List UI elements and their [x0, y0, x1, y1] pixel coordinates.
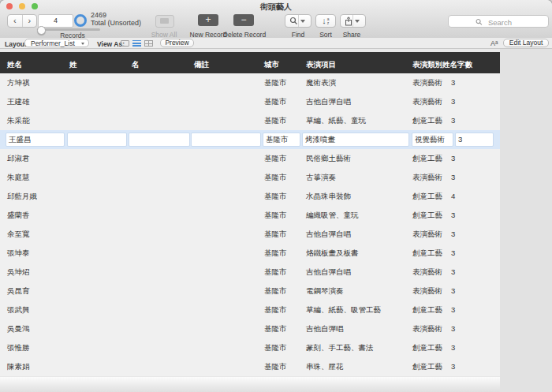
- cell-item[interactable]: 草編、紙藝、童玩: [306, 111, 366, 130]
- cell-item[interactable]: 水晶珠串裝飾: [306, 187, 351, 206]
- cell-category[interactable]: 創意工藝: [412, 206, 442, 225]
- cell-count[interactable]: 3: [451, 225, 455, 244]
- find-button[interactable]: [285, 14, 311, 28]
- layout-dropdown[interactable]: Performer_List: [24, 39, 89, 47]
- table-row[interactable]: 邱藍月娥基隆市水晶珠串裝飾創意工藝4: [0, 187, 500, 206]
- cell-name[interactable]: 張坤泰: [7, 244, 30, 263]
- cell-category[interactable]: 表演藝術: [412, 92, 442, 111]
- cell-category[interactable]: 創意工藝: [412, 111, 442, 130]
- next-record-button[interactable]: ›: [23, 15, 37, 27]
- edit-layout-button[interactable]: Edit Layout: [503, 39, 549, 47]
- table-row[interactable]: 盛蘭香基隆市編織吸管、童玩創意工藝3: [0, 206, 500, 225]
- cell-category[interactable]: 表演藝術: [412, 263, 442, 282]
- cell-count[interactable]: 3: [451, 301, 455, 319]
- cell-count[interactable]: 3: [451, 168, 455, 187]
- cell-city[interactable]: 基隆市: [264, 301, 287, 319]
- cell-city[interactable]: 基隆市: [264, 92, 287, 111]
- cell-category[interactable]: 創意工藝: [412, 149, 442, 168]
- new-record-icon[interactable]: +: [198, 14, 218, 26]
- field-note-input[interactable]: [192, 133, 260, 146]
- cell-item[interactable]: 烙鐵板畫及板書: [306, 244, 359, 263]
- field-item-input[interactable]: 烤漆噴畫: [303, 133, 408, 146]
- share-dropdown[interactable]: [352, 15, 362, 27]
- table-row[interactable]: 余至寬基隆市吉他自彈自唱表演藝術3: [0, 225, 500, 244]
- table-row[interactable]: 方坤祺基隆市魔術表演表演藝術3: [0, 73, 500, 92]
- view-list-icon[interactable]: [132, 40, 141, 47]
- formatting-bar-icon[interactable]: Aᵃ: [490, 39, 498, 47]
- cell-count[interactable]: 3: [451, 73, 455, 92]
- cell-city[interactable]: 基隆市: [264, 168, 287, 187]
- table-row[interactable]: 吳坤炤基隆市吉他自彈自唱表演藝術3: [0, 263, 500, 282]
- table-row[interactable]: 張武興基隆市草編、紙藝、吸管工藝創意工藝3: [0, 301, 500, 319]
- cell-count[interactable]: 3: [451, 282, 455, 301]
- cell-name[interactable]: 王建雄: [7, 92, 30, 111]
- sort-button[interactable]: ↓ az: [315, 14, 336, 28]
- cell-name[interactable]: 方坤祺: [7, 73, 30, 92]
- found-set-pie-icon[interactable]: [74, 14, 87, 27]
- cell-name[interactable]: 余至寬: [7, 225, 30, 244]
- share-button[interactable]: [340, 14, 366, 28]
- cell-item[interactable]: 串珠、壓花: [306, 357, 344, 376]
- cell-city[interactable]: 基隆市: [264, 187, 287, 206]
- previous-record-button[interactable]: ‹: [8, 15, 23, 27]
- current-record-field[interactable]: 4: [38, 14, 73, 28]
- cell-city[interactable]: 基隆市: [264, 319, 287, 338]
- cell-name[interactable]: 陳素娟: [7, 357, 30, 376]
- field-city-input[interactable]: 基隆市: [263, 133, 300, 146]
- cell-city[interactable]: 基隆市: [264, 357, 287, 376]
- table-row[interactable]: 吳昆育基隆市電鋼琴演奏表演藝術3: [0, 282, 500, 301]
- table-row[interactable]: 王建雄基隆市吉他自彈自唱表演藝術3: [0, 92, 500, 111]
- cell-name[interactable]: 盛蘭香: [7, 206, 30, 225]
- cell-item[interactable]: 電鋼琴演奏: [306, 282, 344, 301]
- cell-city[interactable]: 基隆市: [264, 225, 287, 244]
- table-row[interactable]: 朱庭慧基隆市古箏演奏表演藝術3: [0, 168, 500, 187]
- find-dropdown[interactable]: [298, 15, 308, 27]
- cell-item[interactable]: 吉他自彈自唱: [306, 92, 351, 111]
- table-row[interactable]: 朱采能基隆市草編、紙藝、童玩創意工藝3: [0, 111, 500, 130]
- cell-count[interactable]: 3: [451, 149, 455, 168]
- cell-name[interactable]: 朱庭慧: [7, 168, 30, 187]
- cell-city[interactable]: 基隆市: [264, 73, 287, 92]
- cell-count[interactable]: 3: [451, 92, 455, 111]
- cell-category[interactable]: 表演藝術: [412, 73, 442, 92]
- cell-name[interactable]: 吳曼鴻: [7, 319, 30, 338]
- cell-category[interactable]: 表演藝術: [412, 225, 442, 244]
- cell-count[interactable]: 3: [451, 263, 455, 282]
- table-row[interactable]: 陳素娟基隆市串珠、壓花創意工藝3: [0, 357, 500, 376]
- cell-city[interactable]: 基隆市: [264, 338, 287, 357]
- cell-item[interactable]: 吉他自彈自唱: [306, 263, 351, 282]
- cell-name[interactable]: 朱采能: [7, 111, 30, 130]
- cell-name[interactable]: 張惟勝: [7, 338, 30, 357]
- view-form-icon[interactable]: [121, 40, 129, 47]
- cell-category[interactable]: 表演藝術: [412, 168, 442, 187]
- cell-name[interactable]: 吳坤炤: [7, 263, 30, 282]
- table-row[interactable]: 張惟勝基隆市篆刻、手工藝、書法創意工藝3: [0, 338, 500, 357]
- cell-item[interactable]: 民俗鄉土藝術: [306, 149, 351, 168]
- field-category-input[interactable]: 視覺藝術: [412, 133, 453, 146]
- cell-item[interactable]: 吉他自彈唱: [306, 319, 344, 338]
- table-row-selected[interactable]: 王盛昌基隆市烤漆噴畫視覺藝術3: [0, 130, 500, 149]
- cell-count[interactable]: 3: [451, 206, 455, 225]
- cell-category[interactable]: 表演藝術: [412, 319, 442, 338]
- show-all-icon[interactable]: [155, 15, 174, 28]
- cell-item[interactable]: 魔術表演: [306, 73, 336, 92]
- cell-category[interactable]: 創意工藝: [412, 301, 442, 319]
- search-input[interactable]: [449, 16, 551, 28]
- cell-city[interactable]: 基隆市: [264, 263, 287, 282]
- cell-count[interactable]: 3: [451, 338, 455, 357]
- cell-name[interactable]: 邱淑君: [7, 149, 30, 168]
- cell-city[interactable]: 基隆市: [264, 244, 287, 263]
- table-row[interactable]: 吳曼鴻基隆市吉他自彈唱表演藝術3: [0, 319, 500, 338]
- cell-name[interactable]: 吳昆育: [7, 282, 30, 301]
- cell-item[interactable]: 古箏演奏: [306, 168, 336, 187]
- cell-city[interactable]: 基隆市: [264, 282, 287, 301]
- field-count-input[interactable]: 3: [456, 133, 493, 146]
- cell-category[interactable]: 創意工藝: [412, 244, 442, 263]
- cell-item[interactable]: 吉他自彈自唱: [306, 225, 351, 244]
- cell-count[interactable]: 4: [451, 187, 455, 206]
- view-table-icon[interactable]: [144, 40, 153, 47]
- cell-city[interactable]: 基隆市: [264, 149, 287, 168]
- cell-item[interactable]: 草編、紙藝、吸管工藝: [306, 301, 381, 319]
- cell-name[interactable]: 張武興: [7, 301, 30, 319]
- cell-name[interactable]: 邱藍月娥: [7, 187, 37, 206]
